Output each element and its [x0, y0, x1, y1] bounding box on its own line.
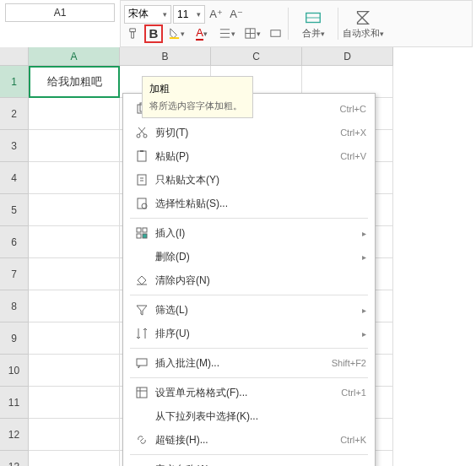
- menu-item-label: 清除内容(N): [152, 274, 366, 288]
- svg-point-7: [143, 134, 147, 138]
- cell[interactable]: [29, 258, 120, 290]
- row-header[interactable]: 5: [0, 194, 29, 226]
- select-all-corner[interactable]: [0, 47, 29, 66]
- column-header[interactable]: C: [211, 47, 302, 66]
- svg-rect-14: [143, 228, 147, 232]
- menu-item-label: 删除(D): [152, 250, 357, 264]
- row-header[interactable]: 2: [0, 98, 29, 130]
- row-header[interactable]: 12: [0, 419, 29, 451]
- cell[interactable]: [29, 451, 120, 466]
- comment-icon: [132, 356, 152, 370]
- cell[interactable]: [29, 290, 120, 322]
- menu-shortcut: Ctrl+V: [340, 151, 366, 161]
- row-header[interactable]: 13: [0, 451, 29, 466]
- grow-font-button[interactable]: A⁺: [207, 5, 225, 24]
- menu-divider: [130, 377, 368, 378]
- cell[interactable]: [29, 98, 120, 130]
- bold-button[interactable]: B: [144, 24, 163, 43]
- menu-item[interactable]: 从下拉列表中选择(K)...: [123, 404, 375, 428]
- menu-item[interactable]: 只粘贴文本(Y): [123, 168, 375, 192]
- svg-rect-8: [138, 151, 146, 161]
- sort-icon: [132, 327, 152, 340]
- menu-item[interactable]: 剪切(T)Ctrl+X: [123, 121, 375, 144]
- menu-item[interactable]: 设置单元格格式(F)...Ctrl+1: [123, 381, 375, 404]
- row-header[interactable]: 7: [0, 258, 29, 290]
- menu-item[interactable]: 定义名称(A)...: [123, 458, 375, 466]
- merge-button[interactable]: 合并▾: [292, 3, 334, 45]
- row-header[interactable]: 9: [0, 322, 29, 355]
- row-headers: 1 2 3 4 5 6 7 8 9 10 11 12 13: [0, 66, 29, 466]
- row-header[interactable]: 4: [0, 162, 29, 194]
- column-header[interactable]: B: [120, 47, 211, 66]
- tooltip-title: 加粗: [149, 82, 246, 96]
- menu-item[interactable]: 粘贴(P)Ctrl+V: [123, 144, 375, 168]
- menu-item[interactable]: 选择性粘贴(S)...: [123, 192, 375, 215]
- format-brush-button[interactable]: [124, 24, 143, 43]
- context-menu: 复制(C)Ctrl+C剪切(T)Ctrl+X粘贴(P)Ctrl+V只粘贴文本(Y…: [122, 93, 376, 466]
- menu-divider: [130, 218, 368, 219]
- row-header[interactable]: 1: [0, 66, 29, 98]
- menu-item[interactable]: 排序(U)▸: [123, 322, 375, 345]
- svg-rect-15: [137, 234, 141, 238]
- cell[interactable]: [29, 355, 120, 387]
- cell[interactable]: [29, 194, 120, 226]
- filter-icon: [132, 303, 152, 317]
- menu-item-label: 从下拉列表中选择(K)...: [152, 409, 366, 424]
- menu-item[interactable]: 筛选(L)▸: [123, 298, 375, 322]
- menu-shortcut: Shift+F2: [332, 358, 366, 368]
- svg-rect-13: [137, 228, 141, 232]
- menu-item[interactable]: 删除(D)▸: [123, 245, 375, 268]
- menu-divider: [130, 295, 368, 295]
- menu-item[interactable]: 清除内容(N): [123, 268, 375, 292]
- cell[interactable]: [29, 130, 120, 162]
- menu-item-label: 定义名称(A)...: [152, 463, 366, 467]
- row-header[interactable]: 3: [0, 130, 29, 162]
- cell[interactable]: [29, 387, 120, 419]
- menu-item[interactable]: 插入(I)▸: [123, 221, 375, 245]
- menu-item-label: 插入批注(M)...: [152, 356, 332, 371]
- name-box[interactable]: A1: [5, 3, 115, 22]
- column-header[interactable]: A: [29, 47, 120, 66]
- svg-rect-17: [137, 359, 147, 366]
- menu-item-label: 超链接(H)...: [152, 433, 340, 447]
- font-size-select[interactable]: 11 ▾: [173, 5, 205, 24]
- svg-rect-9: [140, 150, 143, 152]
- pastespecial-icon: [132, 197, 152, 210]
- font-color-button[interactable]: A▾: [190, 24, 214, 43]
- menu-item-label: 剪切(T): [152, 126, 340, 140]
- cell[interactable]: [29, 226, 120, 258]
- row-header[interactable]: 10: [0, 355, 29, 387]
- fill-color-button[interactable]: ▾: [165, 24, 188, 43]
- menu-item[interactable]: 超链接(H)...Ctrl+K: [123, 428, 375, 452]
- chevron-right-icon: ▸: [357, 229, 366, 238]
- chevron-down-icon: ▾: [163, 10, 167, 19]
- menu-shortcut: Ctrl+1: [341, 387, 366, 398]
- menu-item-label: 筛选(L): [152, 303, 357, 317]
- menu-item[interactable]: 插入批注(M)...Shift+F2: [123, 351, 375, 375]
- cell-a1[interactable]: 给我加粗吧: [29, 66, 120, 98]
- autosum-button[interactable]: 自动求和▾: [342, 3, 384, 45]
- cell-style-button[interactable]: [266, 24, 284, 43]
- column-header[interactable]: D: [302, 47, 393, 66]
- link-icon: [132, 433, 152, 447]
- borders-button[interactable]: ▾: [241, 24, 264, 43]
- svg-rect-10: [138, 175, 146, 185]
- menu-shortcut: Ctrl+C: [340, 104, 366, 114]
- cell[interactable]: [29, 162, 120, 194]
- menu-item-label: 插入(I): [152, 226, 357, 241]
- menu-item-label: 粘贴(P): [152, 149, 340, 164]
- paste-icon: [132, 149, 152, 163]
- menu-shortcut: Ctrl+X: [340, 127, 366, 138]
- row-header[interactable]: 8: [0, 290, 29, 322]
- cell[interactable]: [29, 322, 120, 355]
- chevron-right-icon: ▸: [357, 329, 366, 339]
- shrink-font-button[interactable]: A⁻: [227, 5, 246, 24]
- row-header[interactable]: 6: [0, 226, 29, 258]
- row-header[interactable]: 11: [0, 387, 29, 419]
- clear-icon: [132, 274, 152, 287]
- cell[interactable]: [29, 419, 120, 451]
- alignment-button[interactable]: ▾: [215, 24, 239, 43]
- chevron-right-icon: ▸: [357, 252, 366, 262]
- menu-divider: [130, 454, 368, 455]
- font-name-select[interactable]: 宋体 ▾: [124, 5, 171, 24]
